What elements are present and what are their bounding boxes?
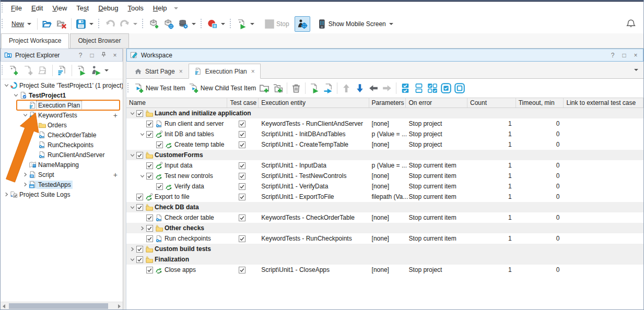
checkbox[interactable] (239, 131, 245, 138)
toolbar-grip[interactable] (2, 65, 4, 76)
test-item-row-run-checkpoints[interactable]: Run checkpointsKeywordTests - RunCheckpo… (126, 233, 643, 244)
organize-items-button[interactable] (55, 63, 69, 78)
expander-closed-icon[interactable] (21, 172, 29, 177)
tree-item-testedapps[interactable]: TestedApps (1, 180, 123, 189)
test-item-row-run-client-and-server[interactable]: Run client and serverKeywordTests - RunC… (126, 118, 643, 129)
menu-item-edit[interactable]: Edit (27, 3, 48, 13)
checkbox[interactable] (239, 121, 245, 127)
checkbox[interactable] (146, 162, 153, 169)
tab-start-page[interactable]: Start Page × (128, 64, 189, 78)
expander-open-icon[interactable] (128, 152, 136, 158)
checkbox[interactable] (146, 267, 153, 273)
checkbox[interactable] (146, 235, 153, 242)
move-left-button[interactable] (367, 81, 380, 95)
tree-item-namemapping[interactable]: NameMapping (1, 160, 123, 170)
expander-open-icon[interactable] (21, 112, 29, 118)
checkbox[interactable] (136, 152, 143, 159)
run-test-button[interactable] (235, 17, 258, 31)
expander-open-icon[interactable] (138, 173, 146, 179)
checkbox[interactable] (146, 121, 153, 127)
new-child-group-button[interactable] (271, 81, 285, 95)
scroll-left-icon[interactable] (3, 304, 5, 308)
expander-closed-icon[interactable] (128, 246, 136, 252)
help-icon[interactable]: ? (608, 52, 617, 59)
checkbox[interactable] (239, 183, 245, 190)
add-object-button[interactable] (147, 17, 161, 31)
scrollbar-thumb[interactable] (9, 303, 108, 309)
run-from-selected-button[interactable] (321, 81, 335, 95)
toolbar-grip[interactable] (142, 19, 145, 29)
test-item-row-export-to-file[interactable]: Export to fileScript\Unit1 - ExportToFil… (126, 192, 643, 202)
database-settings-button[interactable] (176, 17, 200, 31)
run-selected-button[interactable] (89, 63, 112, 78)
checkbox[interactable] (146, 214, 153, 221)
toolbar-grip[interactable] (201, 19, 203, 29)
toolbar-grip[interactable] (2, 3, 4, 14)
test-item-row-test-new-controls[interactable]: Test new controlsScript\Unit1 - TestNewC… (126, 171, 643, 181)
test-item-row-input-data[interactable]: Input dataScript\Unit1 - InputDatap (Val… (126, 160, 643, 171)
check-all-children-button[interactable] (399, 81, 412, 95)
menu-item-help[interactable]: Help (148, 3, 172, 13)
close-project-button[interactable] (54, 17, 69, 31)
new-group-button[interactable] (257, 81, 271, 95)
tab-object-browser[interactable]: Object Browser (70, 33, 128, 48)
open-project-button[interactable] (40, 17, 54, 31)
horizontal-scrollbar[interactable] (1, 302, 123, 309)
tree-item-testproject1[interactable]: TestProject1 (1, 90, 123, 100)
column-header-timeout-min[interactable]: Timeout, min (516, 98, 564, 108)
column-header-name[interactable]: Name (126, 98, 227, 108)
checkbox[interactable] (239, 141, 245, 148)
delete-button[interactable] (289, 81, 303, 95)
close-icon[interactable]: × (111, 52, 119, 59)
save-button[interactable] (74, 17, 97, 31)
column-header-test-case[interactable]: Test case (227, 98, 259, 108)
group-row-customerforms[interactable]: CustomerForms (126, 150, 643, 160)
group-row-other-checks[interactable]: Other checks (126, 223, 643, 233)
move-up-button[interactable] (339, 81, 353, 95)
tree-item-script[interactable]: Script+ (1, 170, 123, 180)
column-header-execution-entity[interactable]: Execution entity (259, 98, 369, 108)
run-project-button[interactable] (74, 63, 89, 78)
expander-closed-icon[interactable] (138, 225, 146, 231)
group-row-check-db-data[interactable]: Check DB data (126, 202, 643, 212)
checkbox[interactable] (136, 256, 143, 263)
checkbox[interactable] (239, 235, 245, 242)
checkbox[interactable] (136, 246, 143, 253)
checkbox[interactable] (146, 131, 153, 138)
checkbox[interactable] (239, 173, 245, 180)
show-mobile-screen-button[interactable]: Show Mobile Screen (314, 17, 397, 31)
expander-open-icon[interactable] (12, 92, 19, 98)
expander-closed-icon[interactable] (3, 192, 10, 197)
object-browser-cube-button[interactable] (161, 17, 176, 31)
checkbox[interactable] (146, 225, 153, 232)
tab-project-workspace[interactable]: Project Workspace (1, 33, 69, 49)
checkbox[interactable] (239, 267, 245, 273)
toolbar-grip[interactable] (2, 19, 4, 29)
new-button[interactable]: New (9, 18, 35, 30)
run-focused-item-button[interactable] (308, 81, 321, 95)
maximize-icon[interactable]: □ (88, 52, 96, 59)
column-header-parameters[interactable]: Parameters (369, 98, 406, 108)
help-icon[interactable]: ? (76, 52, 85, 59)
expander-open-icon[interactable] (128, 111, 136, 116)
column-header-on-error[interactable]: On error (406, 98, 467, 108)
close-tab-icon[interactable]: × (251, 68, 255, 75)
menu-item-test[interactable]: Test (72, 3, 93, 13)
tab-execution-plan[interactable]: Execution Plan × (189, 64, 261, 79)
undo-button[interactable] (103, 17, 118, 31)
expander-open-icon[interactable] (138, 132, 146, 137)
menu-item-debug[interactable]: Debug (93, 3, 123, 13)
pin-icon[interactable] (99, 52, 108, 59)
tree-item-orders[interactable]: Orders (1, 120, 123, 130)
expander-open-icon[interactable] (128, 257, 136, 263)
tree-item-runclientandserver[interactable]: RunClientAndServer (1, 150, 123, 160)
column-header-count[interactable]: Count (467, 98, 516, 108)
notifications-bell-icon[interactable] (626, 19, 636, 29)
toolbar-grip[interactable] (98, 19, 101, 29)
menu-item-view[interactable]: View (48, 3, 72, 13)
expander-open-icon[interactable] (128, 205, 136, 210)
redo-button[interactable] (118, 17, 141, 31)
move-right-button[interactable] (380, 81, 394, 95)
checkbox[interactable] (136, 194, 143, 200)
checkbox[interactable] (136, 110, 143, 117)
